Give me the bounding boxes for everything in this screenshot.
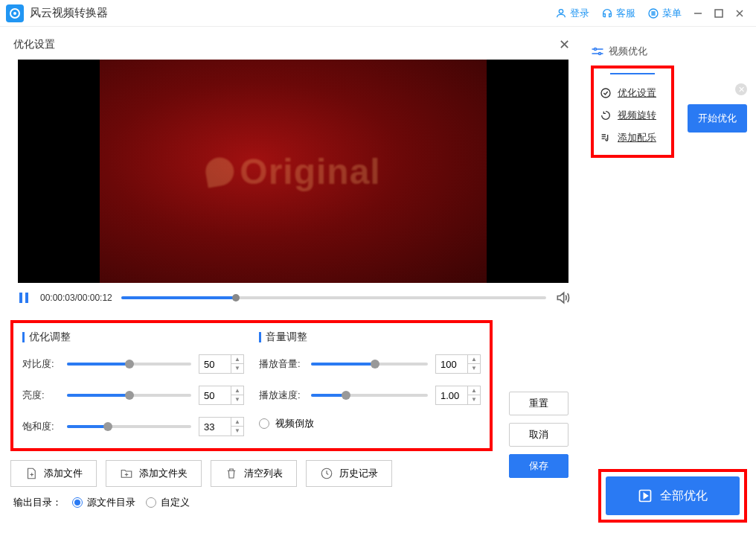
play-volume-spinner[interactable]: ▲▼ <box>435 354 481 374</box>
tab-video-optimize[interactable]: 视频优化 <box>591 45 747 63</box>
add-file-button[interactable]: 添加文件 <box>10 460 97 487</box>
menu-link[interactable]: 菜单 <box>647 7 682 20</box>
saturation-label: 饱和度: <box>22 420 60 433</box>
play-speed-label: 播放速度: <box>259 389 304 402</box>
add-folder-label: 添加文件夹 <box>139 467 188 480</box>
brightness-slider[interactable] <box>67 394 191 397</box>
file-add-icon <box>25 467 38 480</box>
volume-adjust-title: 音量调整 <box>259 331 481 344</box>
svg-point-3 <box>595 48 597 51</box>
start-optimize-button[interactable]: 开始优化 <box>688 104 747 133</box>
spinner-down-icon[interactable]: ▼ <box>468 364 480 373</box>
adjustment-panel: 优化调整 对比度: ▲▼ 亮度: ▲▼ 饱和度: ▲▼ 音量调整 播放音量: <box>10 320 493 451</box>
play-box-icon <box>638 488 653 503</box>
maximize-button[interactable] <box>708 3 729 24</box>
add-folder-button[interactable]: 添加文件夹 <box>106 460 202 487</box>
spinner-up-icon[interactable]: ▲ <box>468 386 480 395</box>
saturation-slider[interactable] <box>67 425 191 428</box>
folder-add-icon <box>120 467 133 480</box>
menu-label: 菜单 <box>662 7 682 20</box>
spinner-down-icon[interactable]: ▼ <box>468 395 480 404</box>
radio-selected-icon <box>72 497 83 508</box>
playback-bar: 00:00:03/00:00:12 <box>10 283 576 310</box>
equalizer-icon <box>591 47 604 56</box>
check-circle-icon <box>600 87 612 99</box>
output-custom-option[interactable]: 自定义 <box>146 496 190 509</box>
menu-icon <box>647 7 659 19</box>
right-panel: 视频优化 ✕ 开始优化 优化设置 视频旋转 添加配乐 <box>591 45 747 158</box>
modal-title: 优化设置 <box>13 38 55 51</box>
app-title: 风云视频转换器 <box>30 6 108 20</box>
reset-button[interactable]: 重置 <box>509 392 568 415</box>
sidebar-item-label: 优化设置 <box>618 86 656 100</box>
sidebar-item-label: 视频旋转 <box>618 109 656 122</box>
contrast-input[interactable] <box>199 359 231 370</box>
reverse-label: 视频倒放 <box>275 417 314 430</box>
rotate-icon <box>600 109 612 121</box>
svg-rect-2 <box>715 10 723 17</box>
history-button[interactable]: 历史记录 <box>306 460 392 487</box>
volume-adjust-column: 音量调整 播放音量: ▲▼ 播放速度: ▲▼ 视频倒放 <box>259 331 481 436</box>
volume-icon[interactable] <box>555 290 570 305</box>
contrast-spinner[interactable]: ▲▼ <box>199 354 244 374</box>
play-speed-spinner[interactable]: ▲▼ <box>435 386 481 405</box>
optimize-settings-modal: 优化设置 ✕ Original 00:00:03/00:00:12 优化调整 对… <box>10 33 576 451</box>
output-custom-label: 自定义 <box>161 496 190 509</box>
tab-underline <box>610 73 655 74</box>
play-volume-label: 播放音量: <box>259 357 304 371</box>
panel-close-icon[interactable]: ✕ <box>735 83 747 95</box>
contrast-label: 对比度: <box>22 357 60 371</box>
history-label: 历史记录 <box>339 467 378 480</box>
reverse-radio[interactable] <box>259 418 269 429</box>
user-icon <box>555 7 567 19</box>
clear-list-label: 清空列表 <box>244 467 283 480</box>
sidebar-item-add-music[interactable]: 添加配乐 <box>597 127 668 149</box>
sidebar-item-video-rotate[interactable]: 视频旋转 <box>597 104 668 127</box>
time-display: 00:00:03/00:00:12 <box>40 293 112 303</box>
spinner-up-icon[interactable]: ▲ <box>231 355 243 364</box>
support-link[interactable]: 客服 <box>601 7 635 20</box>
trash-icon <box>225 467 238 480</box>
progress-bar[interactable] <box>121 296 546 299</box>
output-source-label: 源文件目录 <box>87 496 135 509</box>
sidebar-highlight: 优化设置 视频旋转 添加配乐 <box>591 66 674 158</box>
clock-icon <box>320 467 333 480</box>
spinner-down-icon[interactable]: ▼ <box>231 427 243 436</box>
optimize-adjust-column: 优化调整 对比度: ▲▼ 亮度: ▲▼ 饱和度: ▲▼ <box>22 331 244 436</box>
optimize-all-button[interactable]: 全部优化 <box>606 476 740 515</box>
output-source-option[interactable]: 源文件目录 <box>72 496 135 509</box>
sidebar-item-label: 添加配乐 <box>618 131 656 144</box>
video-watermark: Original <box>205 151 380 192</box>
pause-button[interactable] <box>16 290 31 305</box>
play-speed-slider[interactable] <box>311 394 428 397</box>
spinner-down-icon[interactable]: ▼ <box>231 395 243 404</box>
brightness-spinner[interactable]: ▲▼ <box>199 386 244 405</box>
close-button[interactable] <box>729 3 750 24</box>
modal-close-button[interactable]: ✕ <box>557 37 571 52</box>
output-dir-row: 输出目录： 源文件目录 自定义 <box>13 496 190 509</box>
save-button[interactable]: 保存 <box>509 454 568 478</box>
sidebar-item-optimize-settings[interactable]: 优化设置 <box>597 82 668 104</box>
clear-list-button[interactable]: 清空列表 <box>211 460 297 487</box>
spinner-down-icon[interactable]: ▼ <box>231 364 243 373</box>
cancel-button[interactable]: 取消 <box>509 423 568 447</box>
spinner-up-icon[interactable]: ▲ <box>231 418 243 427</box>
play-speed-input[interactable] <box>436 390 467 401</box>
spinner-up-icon[interactable]: ▲ <box>468 355 480 364</box>
play-volume-slider[interactable] <box>311 363 428 366</box>
svg-rect-7 <box>25 293 28 303</box>
optimize-all-highlight: 全部优化 <box>598 469 747 523</box>
contrast-slider[interactable] <box>67 363 191 366</box>
brightness-label: 亮度: <box>22 389 60 402</box>
saturation-input[interactable] <box>199 421 231 433</box>
saturation-spinner[interactable]: ▲▼ <box>199 417 244 436</box>
login-label: 登录 <box>570 7 589 20</box>
minimize-button[interactable] <box>688 3 708 24</box>
spinner-up-icon[interactable]: ▲ <box>231 386 243 395</box>
radio-unselected-icon <box>146 497 156 508</box>
output-label: 输出目录： <box>13 496 62 509</box>
title-bar: 风云视频转换器 登录 客服 菜单 <box>0 0 756 27</box>
login-link[interactable]: 登录 <box>555 7 589 20</box>
brightness-input[interactable] <box>199 390 231 401</box>
play-volume-input[interactable] <box>436 359 467 370</box>
